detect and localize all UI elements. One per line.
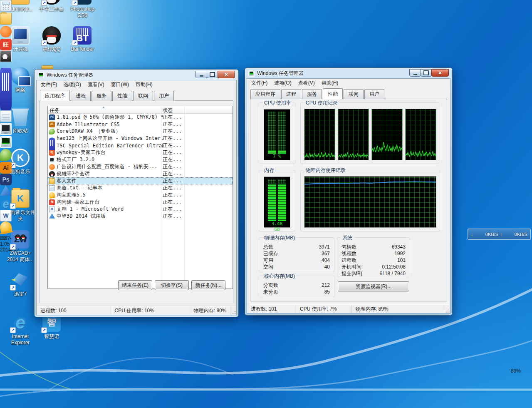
network-speed-widget[interactable]: ↓ 0KB/S ↑ 0KB/S xyxy=(468,229,531,240)
task-row[interactable]: 淘宝助理5.5正在... xyxy=(48,192,233,199)
window-title: Windows 任务管理器 xyxy=(47,72,93,79)
cpu-history-graph-2 xyxy=(338,109,369,160)
column-header-task[interactable]: 任务 xyxy=(49,107,59,114)
stat-value: 212 xyxy=(322,282,330,289)
task-icon xyxy=(49,129,55,134)
menu-item[interactable]: 文件(F) xyxy=(37,80,60,90)
tab-联网[interactable]: 联网 xyxy=(133,91,153,101)
resource-monitor-button[interactable]: 资源监视器(R)... xyxy=(338,281,409,291)
led-dim-region xyxy=(278,179,286,184)
group-title: 物理内存(MB) xyxy=(262,234,297,241)
task-row[interactable]: 格式工厂 3.2.0正在... xyxy=(48,156,233,163)
task-row[interactable]: AiAdobe Illustrator CS5正在... xyxy=(48,121,233,128)
title-bar[interactable]: Windows 任务管理器 xyxy=(35,70,238,80)
desktop-icon-3[interactable]: Ps↗Photoshop CS6 xyxy=(67,0,97,19)
menu-item[interactable]: 查看(V) xyxy=(295,78,318,88)
task-icon xyxy=(49,214,55,219)
memory-meter: 3.48 GB xyxy=(264,177,290,228)
memory-ball-widget[interactable]: 89% xyxy=(511,368,532,408)
menu-item[interactable]: 查看(V) xyxy=(84,80,108,90)
tab-服务[interactable]: 服务 xyxy=(302,89,322,99)
task-row[interactable]: 商道.txt - 记事本正在... xyxy=(48,184,233,192)
task-row[interactable]: 广告设计用什么配置_百度知道 - 猎豹安...正在... xyxy=(48,163,233,170)
end-task-button[interactable]: 结束任务(E) xyxy=(118,280,152,290)
tab-用户[interactable]: 用户 xyxy=(364,89,384,99)
task-row[interactable]: CorelDRAW X4 （专业版）正在... xyxy=(48,128,233,135)
cpu-history-graph-4 xyxy=(405,109,436,160)
stat-value: 367 xyxy=(322,250,330,257)
close-button[interactable] xyxy=(218,71,235,78)
photo-viewer-icon xyxy=(0,50,12,62)
resize-grip[interactable] xyxy=(444,307,450,313)
folder-icon xyxy=(11,0,30,5)
stat-label: 空闲 xyxy=(263,264,273,270)
minimize-button[interactable] xyxy=(195,71,207,78)
windows-explorer-icon xyxy=(0,13,12,25)
task-name: 商道.txt - 记事本 xyxy=(57,184,164,192)
task-row[interactable]: 俊雄等2个会话正在... xyxy=(48,170,233,177)
maximize-button[interactable] xyxy=(421,69,432,77)
tab-性能[interactable]: 性能 xyxy=(112,91,132,101)
stat-value: 0:12:50:08 xyxy=(382,264,406,270)
close-button[interactable] xyxy=(431,69,449,77)
sort-ascending-icon: ▲ xyxy=(102,106,105,109)
desktop-icon-image xyxy=(11,0,30,5)
ali-wangwang-icon: 旺 xyxy=(0,39,12,50)
task-status: 正在... xyxy=(163,192,182,199)
title-bar[interactable]: Windows 任务管理器 xyxy=(245,68,452,78)
column-header-status[interactable]: 状态 xyxy=(163,107,173,114)
task-row[interactable]: 中望3D 2014 试用版正在... xyxy=(48,213,233,220)
new-task-button[interactable]: 新任务(N)... xyxy=(191,280,225,290)
menu-item[interactable]: 选项(O) xyxy=(60,80,84,90)
tab-进程[interactable]: 进程 xyxy=(281,89,301,99)
desktop-icon-label: ZWCAD+ 2014 简体... xyxy=(5,250,35,263)
tab-应用程序[interactable]: 应用程序 xyxy=(40,90,70,101)
group-title: 物理内存使用记录 xyxy=(304,167,347,174)
memory-ball-value: 89% xyxy=(511,368,521,374)
menu-item[interactable]: 帮助(H) xyxy=(318,78,342,88)
menu-item[interactable]: 帮助(H) xyxy=(132,80,156,90)
task-row[interactable]: ehao123_上网从这里开始 - Windows Inter...正在... xyxy=(48,135,233,142)
resize-grip[interactable] xyxy=(230,309,236,315)
task-row[interactable]: 旺wymokqy-卖家工作台正在... xyxy=(48,149,233,156)
performance-tab-panel: CPU 使用率 7 % CPU 使用记录 内存 3.48 GB 物理内存使用记录 xyxy=(250,99,447,301)
desktop-icon-6[interactable]: BT↗BarTender xyxy=(67,26,97,52)
desktop-icon-13[interactable]: e↗Internet Explorer xyxy=(5,313,35,346)
task-row[interactable]: W文档 1 - Microsoft Word正在... xyxy=(48,206,233,213)
menu-item[interactable]: 文件(F) xyxy=(248,78,271,88)
task-row[interactable]: 客人文件正在... xyxy=(48,177,233,184)
task-list-header[interactable]: ▲ 任务状态 xyxy=(48,106,233,114)
cpu-usage-meter: 7 % xyxy=(264,109,290,160)
task-icon: 淘 xyxy=(49,199,55,205)
memory-history-graph xyxy=(304,176,436,228)
desktop-icon-5[interactable]: ↗腾讯QQ xyxy=(37,26,67,52)
stat-label: 可用 xyxy=(263,257,273,264)
tab-联网[interactable]: 联网 xyxy=(344,89,364,99)
minimize-button[interactable] xyxy=(409,69,421,77)
desktop-icon-12[interactable]: ↗迅雷7 xyxy=(5,271,35,297)
task-status: 正在... xyxy=(163,149,182,156)
switch-to-button[interactable]: 切换至(S) xyxy=(155,280,189,290)
tab-应用程序[interactable]: 应用程序 xyxy=(250,89,280,99)
task-icon xyxy=(49,178,55,184)
stat-label: 线程数 xyxy=(341,250,356,257)
desktop-icon-image: Ps↗ xyxy=(73,0,92,5)
desktop-icon-11[interactable]: Zw↗ZWCAD+ 2014 简体... xyxy=(5,230,35,263)
stat-value: 404 xyxy=(322,257,330,264)
desktop-icon-2[interactable]: ↗千牛工作台 xyxy=(37,0,67,12)
system-rows: 句柄数69343线程数1992进程数101开机时间0:12:50:08提交(MB… xyxy=(338,244,409,277)
tab-进程[interactable]: 进程 xyxy=(71,91,91,101)
tab-服务[interactable]: 服务 xyxy=(92,91,111,101)
stat-row: 进程数101 xyxy=(338,257,409,264)
maximize-button[interactable] xyxy=(207,71,218,78)
menu-item[interactable]: 选项(O) xyxy=(271,78,294,88)
tab-性能[interactable]: 性能 xyxy=(323,88,343,99)
download-arrow-icon: ↓ xyxy=(471,232,473,237)
tab-用户[interactable]: 用户 xyxy=(154,91,174,101)
task-icon: Ps xyxy=(49,114,55,120)
task-row[interactable]: 淘淘尚缘-卖家工作台正在... xyxy=(48,199,233,206)
task-row[interactable]: Ps1.81.psd @ 50% (圆角矩形 1, CMYK/8) *正在... xyxy=(48,114,233,121)
stat-value: 40 xyxy=(324,264,330,270)
menu-item[interactable]: 窗口(W) xyxy=(108,80,132,90)
task-row[interactable]: BTTSC Special Edition BarTender UltraLi.… xyxy=(48,142,233,149)
